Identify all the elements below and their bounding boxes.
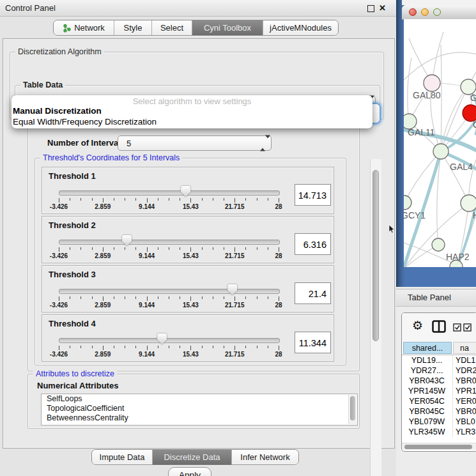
panel-vertical-scrollbar[interactable] xyxy=(370,159,381,476)
tick-label: 28 xyxy=(275,302,282,309)
float-window-icon[interactable] xyxy=(367,5,374,12)
threshold-value-field[interactable]: 6.316 xyxy=(295,233,331,255)
tick-mark xyxy=(279,296,279,301)
cell-shared-name[interactable]: YDL19... xyxy=(402,355,452,365)
tick-mark xyxy=(158,247,158,250)
column-header-shared[interactable]: shared... xyxy=(403,342,452,354)
node-label: GAL80 xyxy=(413,90,441,100)
tab-cyni-toolbox[interactable]: Cyni Toolbox xyxy=(192,20,263,35)
cell-shared-name[interactable]: YLR345W xyxy=(402,427,452,437)
table-row[interactable]: YPR145WYPR1 xyxy=(402,386,476,396)
table-horizontal-scrollbar[interactable] xyxy=(402,443,476,450)
tab-impute-data[interactable]: Impute Data xyxy=(92,450,153,464)
slider-thumb[interactable] xyxy=(181,186,190,197)
tab-jactivemnodules[interactable]: jActiveMNodules xyxy=(263,20,338,35)
attributes-list-scrollbar[interactable] xyxy=(348,395,357,424)
cell-shared-name[interactable]: YPR145W xyxy=(402,386,452,396)
slider-track[interactable] xyxy=(59,190,280,196)
slider-track[interactable] xyxy=(59,338,280,343)
tab-label: Cyni Toolbox xyxy=(204,23,251,33)
tick-mark xyxy=(224,247,224,250)
scrollbar-thumb[interactable] xyxy=(372,170,379,341)
cell-name[interactable]: YER0 xyxy=(456,396,476,406)
attribute-list-item[interactable]: BetweennessCentrality xyxy=(42,413,357,423)
cell-name[interactable]: YLR3 xyxy=(456,427,475,437)
cell-name[interactable]: YBR0 xyxy=(456,376,476,386)
node-label: G xyxy=(470,93,476,103)
table-row[interactable]: YBL079WYBL0 xyxy=(402,417,476,427)
threshold-value-field[interactable]: 21.4 xyxy=(295,282,331,304)
tick-mark xyxy=(202,247,203,250)
cell-name[interactable]: YBR0 xyxy=(456,406,476,417)
slider-track[interactable] xyxy=(59,240,280,245)
cell-name[interactable]: YDR2 xyxy=(456,365,476,376)
attribute-list-item[interactable]: SelfLoops xyxy=(42,394,357,404)
node-label: GAL11 xyxy=(408,127,435,137)
slider-track[interactable] xyxy=(59,289,280,294)
table-row[interactable]: YLR345WYLR3 xyxy=(402,427,476,437)
tab-select[interactable]: Select xyxy=(152,20,192,35)
numerical-attributes-list[interactable]: SelfLoopsTopologicalCoefficientBetweenne… xyxy=(41,394,358,426)
attributes-group-title: Attributes to discretize xyxy=(33,369,117,378)
network-node xyxy=(433,144,449,159)
zoom-traffic-light-icon[interactable] xyxy=(433,8,441,16)
checkbox-icon[interactable] xyxy=(463,323,472,334)
attribute-list-item[interactable]: TopologicalCoefficient xyxy=(42,404,357,413)
number-of-intervals-combobox[interactable]: 5 xyxy=(118,135,272,151)
tick-mark xyxy=(180,346,180,348)
tab-network[interactable]: Network xyxy=(54,20,114,35)
slider-thumb[interactable] xyxy=(122,235,132,246)
cell-name[interactable]: YBL0 xyxy=(456,417,475,427)
tick-mark xyxy=(158,346,158,348)
network-window-titlebar[interactable] xyxy=(402,5,476,20)
tick-label: 21.715 xyxy=(225,252,245,259)
tab-style[interactable]: Style xyxy=(114,20,152,35)
minimize-traffic-light-icon[interactable] xyxy=(421,8,429,16)
tick-mark xyxy=(279,346,279,350)
threshold-value-field[interactable]: 11.344 xyxy=(295,332,331,353)
tick-mark xyxy=(213,296,213,299)
tick-label: 2.859 xyxy=(95,203,111,210)
tick-label: 2.859 xyxy=(95,302,111,309)
tick-mark xyxy=(190,247,191,252)
table-row[interactable]: YER054CYER0 xyxy=(402,396,476,406)
split-pane-icon[interactable] xyxy=(432,320,446,335)
tick-mark xyxy=(103,247,104,252)
tick-mark xyxy=(268,247,268,250)
algorithm-option-equal-width[interactable]: Equal Width/Frequency Discretization xyxy=(13,117,157,127)
cell-shared-name[interactable]: YER054C xyxy=(402,396,452,406)
slider-thumb[interactable] xyxy=(157,334,167,344)
tick-mark xyxy=(81,198,81,201)
cell-name[interactable]: YPR1 xyxy=(456,386,476,396)
table-row[interactable]: YBR045CYBR0 xyxy=(402,406,476,417)
algorithm-option-manual[interactable]: Manual Discretization xyxy=(13,106,102,116)
column-header-name[interactable]: na xyxy=(453,342,476,354)
table-row[interactable]: YBR043CYBR0 xyxy=(402,376,476,386)
cell-shared-name[interactable]: YBR043C xyxy=(402,376,452,386)
tick-mark xyxy=(257,346,257,348)
bottom-tab-bar: Impute DataDiscretize DataInfer Network xyxy=(91,449,299,465)
cell-shared-name[interactable]: YDR27... xyxy=(402,365,452,376)
slider-thumb[interactable] xyxy=(227,284,237,295)
close-traffic-light-icon[interactable] xyxy=(409,8,417,16)
tick-label: 15.43 xyxy=(183,302,199,309)
table-row[interactable]: YDR27...YDR2 xyxy=(402,365,476,376)
cell-name[interactable]: YDL1 xyxy=(456,355,475,365)
tick-mark xyxy=(268,198,268,201)
cell-shared-name[interactable]: YBL079W xyxy=(402,417,452,427)
table-row[interactable]: YDL19...YDL1 xyxy=(402,355,476,365)
scrollbar-thumb[interactable] xyxy=(404,445,472,449)
close-icon[interactable]: ✕ xyxy=(379,3,386,13)
network-canvas[interactable]: GAL80GCGAL11GAL4GCY1HHAP2 xyxy=(404,19,476,267)
threshold-panel-4: Threshold 4-3.4262.8599.14415.4321.71528… xyxy=(42,314,334,362)
tab-infer-network[interactable]: Infer Network xyxy=(232,450,298,464)
checkbox-icon[interactable] xyxy=(453,323,461,334)
tab-label: Network xyxy=(74,23,105,33)
threshold-value-field[interactable]: 14.713 xyxy=(295,184,331,206)
numerical-attributes-label: Numerical Attributes xyxy=(37,381,118,390)
gear-icon[interactable]: ⚙ xyxy=(412,319,423,333)
tick-label: -3.426 xyxy=(50,252,68,259)
cell-shared-name[interactable]: YBR045C xyxy=(402,406,452,417)
tab-discretize-data[interactable]: Discretize Data xyxy=(153,450,232,464)
apply-button[interactable]: Apply xyxy=(168,467,211,476)
